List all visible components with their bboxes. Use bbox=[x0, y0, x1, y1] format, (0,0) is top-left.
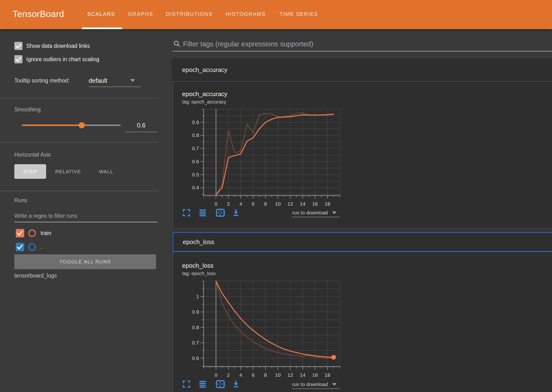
chart-heading-epoch-accuracy: epoch_accuracy tag: epoch_accuracy bbox=[182, 90, 227, 105]
caret-down-icon bbox=[332, 383, 337, 386]
run-train-color-swatch[interactable] bbox=[28, 230, 36, 237]
svg-text:0: 0 bbox=[214, 372, 217, 378]
ignore-outliers-checkbox[interactable] bbox=[14, 55, 22, 63]
filter-tags-input[interactable] bbox=[183, 39, 541, 49]
tab-scalars[interactable]: SCALARS bbox=[87, 11, 115, 17]
svg-text:18: 18 bbox=[325, 372, 330, 378]
svg-text:10: 10 bbox=[275, 201, 281, 207]
sidebar-divider bbox=[0, 142, 159, 142]
svg-text:0.6: 0.6 bbox=[192, 355, 199, 361]
smoothing-slider-thumb[interactable] bbox=[79, 122, 85, 128]
run-to-download-label: run to download bbox=[292, 210, 328, 216]
panel-title: epoch_accuracy bbox=[172, 59, 552, 81]
fullscreen-icon[interactable] bbox=[182, 208, 191, 217]
horizontal-axis-label: Horizontal Axis bbox=[14, 151, 51, 159]
fit-domain-icon[interactable] bbox=[215, 379, 226, 389]
tab-distributions[interactable]: DISTRIBUTIONS bbox=[166, 11, 213, 17]
log-directory-label: tensorboard_logs bbox=[14, 272, 57, 280]
svg-text:0.4: 0.4 bbox=[192, 185, 199, 190]
checkmark-icon bbox=[16, 229, 24, 237]
epoch-accuracy-chart[interactable]: 0246810121416180.40.50.60.70.80.9 bbox=[167, 105, 349, 213]
tooltip-sorting-dropdown[interactable]: default bbox=[89, 76, 107, 85]
fit-domain-icon[interactable] bbox=[215, 208, 226, 218]
smoothing-slider-fill bbox=[22, 125, 82, 126]
tab-time-series[interactable]: TIME SERIES bbox=[280, 11, 318, 17]
svg-text:10: 10 bbox=[275, 372, 281, 378]
show-download-links-checkbox[interactable] bbox=[14, 42, 22, 50]
svg-text:8: 8 bbox=[264, 372, 267, 378]
svg-text:6: 6 bbox=[252, 201, 255, 207]
toggle-log-scale-icon[interactable] bbox=[198, 380, 207, 388]
run-train-label: train bbox=[41, 229, 51, 237]
checkmark-icon bbox=[14, 55, 22, 63]
run-to-download-dropdown[interactable]: run to download bbox=[275, 380, 337, 389]
svg-text:0.8: 0.8 bbox=[192, 133, 199, 138]
chart-tag: tag: epoch_loss bbox=[182, 270, 215, 277]
download-csv-icon[interactable] bbox=[231, 208, 240, 217]
show-download-links-label: Show data download links bbox=[26, 42, 90, 50]
smoothing-label: Smoothing bbox=[14, 105, 41, 113]
caret-down-icon bbox=[332, 211, 337, 214]
sidebar-divider bbox=[0, 98, 159, 98]
app-header: TensorBoard SCALARS GRAPHS DISTRIBUTIONS… bbox=[0, 0, 552, 29]
filter-tags-underline bbox=[172, 51, 552, 51]
panel-title: epoch_loss bbox=[173, 233, 552, 251]
smoothing-value-underline bbox=[125, 132, 158, 132]
tooltip-sorting-underline bbox=[89, 86, 141, 87]
svg-text:16: 16 bbox=[312, 372, 318, 378]
app-logo: TensorBoard bbox=[13, 9, 64, 19]
panel-header-epoch-loss[interactable]: epoch_loss bbox=[172, 232, 552, 252]
chart-title: epoch_accuracy bbox=[182, 90, 227, 98]
download-csv-icon[interactable] bbox=[231, 379, 240, 388]
run-dot-label: . bbox=[41, 243, 42, 251]
chart-heading-epoch-loss: epoch_loss tag: epoch_loss bbox=[182, 261, 215, 277]
svg-text:0.9: 0.9 bbox=[192, 119, 199, 125]
run-to-download-label: run to download bbox=[292, 381, 328, 387]
run-train-checkbox[interactable] bbox=[16, 229, 24, 237]
svg-text:8: 8 bbox=[264, 201, 267, 207]
axis-option-wall[interactable]: WALL bbox=[92, 164, 120, 179]
svg-text:6: 6 bbox=[252, 372, 255, 378]
chart-title: epoch_loss bbox=[182, 261, 215, 270]
run-dot-color-swatch[interactable] bbox=[28, 243, 36, 251]
chart-tag: tag: epoch_accuracy bbox=[182, 98, 227, 105]
toggle-log-scale-icon[interactable] bbox=[198, 208, 207, 217]
svg-text:0.8: 0.8 bbox=[192, 325, 199, 330]
svg-text:0.5: 0.5 bbox=[192, 172, 199, 177]
svg-text:14: 14 bbox=[300, 201, 306, 207]
toggle-all-runs-button[interactable]: TOGGLE ALL RUNS bbox=[14, 254, 156, 269]
axis-option-step[interactable]: STEP bbox=[14, 164, 46, 179]
svg-text:14: 14 bbox=[300, 372, 306, 378]
fullscreen-icon[interactable] bbox=[182, 380, 191, 388]
svg-text:4: 4 bbox=[239, 201, 242, 207]
run-filter-input[interactable] bbox=[14, 211, 148, 220]
svg-text:4: 4 bbox=[239, 372, 242, 378]
run-dot-checkbox[interactable] bbox=[16, 243, 24, 251]
search-icon bbox=[173, 40, 180, 47]
svg-text:0.6: 0.6 bbox=[192, 159, 199, 164]
svg-text:0.7: 0.7 bbox=[192, 340, 199, 345]
tab-graphs[interactable]: GRAPHS bbox=[128, 11, 153, 17]
svg-text:16: 16 bbox=[312, 201, 318, 207]
active-tab-underline bbox=[82, 28, 122, 29]
svg-text:2: 2 bbox=[227, 201, 230, 207]
tensorboard-app: TensorBoard SCALARS GRAPHS DISTRIBUTIONS… bbox=[0, 0, 552, 392]
svg-text:0.7: 0.7 bbox=[192, 146, 199, 151]
smoothing-value-input[interactable] bbox=[125, 120, 158, 130]
panel-header-epoch-accuracy[interactable]: epoch_accuracy bbox=[172, 59, 552, 81]
svg-text:12: 12 bbox=[288, 372, 293, 378]
svg-text:0.9: 0.9 bbox=[192, 309, 199, 315]
sidebar-divider bbox=[0, 191, 159, 191]
ignore-outliers-label: Ignore outliers in chart scaling bbox=[26, 55, 99, 63]
runs-label: Runs bbox=[14, 196, 27, 204]
svg-text:0: 0 bbox=[214, 201, 217, 207]
axis-option-relative[interactable]: RELATIVE bbox=[50, 164, 86, 179]
run-to-download-dropdown[interactable]: run to download bbox=[275, 208, 337, 217]
checkmark-icon bbox=[14, 42, 22, 50]
svg-text:1: 1 bbox=[196, 294, 199, 299]
tooltip-sorting-label: Tooltip sorting method: bbox=[14, 77, 69, 85]
tab-histograms[interactable]: HISTOGRAMS bbox=[226, 11, 266, 17]
epoch-loss-chart[interactable]: 0246810121416180.60.70.80.91 bbox=[167, 277, 349, 392]
run-to-download-underline bbox=[292, 217, 340, 217]
caret-down-icon[interactable] bbox=[130, 79, 135, 82]
